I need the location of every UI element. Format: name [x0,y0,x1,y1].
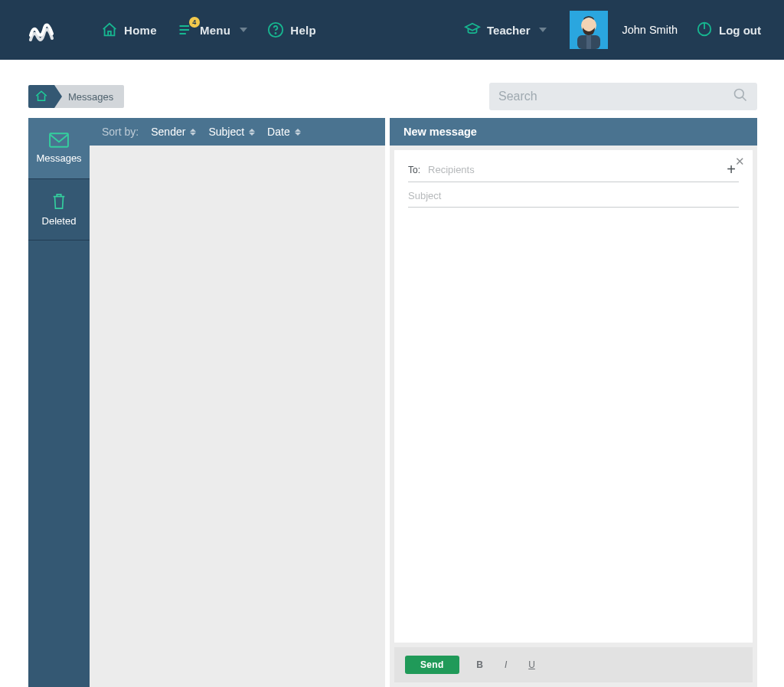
brand-logo [29,17,55,43]
username: John Smith [622,24,678,36]
graduation-cap-icon [464,21,481,40]
subject-row [408,182,739,208]
format-italic-button[interactable]: I [501,659,511,670]
sort-by-date[interactable]: Date [267,126,301,138]
nav-left: Home 4 Menu Help [101,21,316,38]
svg-point-11 [735,90,744,99]
role-dropdown[interactable]: Teacher [464,21,547,40]
main-area: Messages Deleted Sort by: Sender Subject… [0,118,784,687]
subject-input[interactable] [408,190,739,201]
nav-home-label: Home [124,24,157,37]
sidebar-item-label: Deleted [42,215,77,227]
send-button[interactable]: Send [405,656,459,674]
sort-by-subject[interactable]: Subject [208,126,255,138]
search-icon[interactable] [733,87,748,106]
svg-rect-13 [50,133,68,146]
breadcrumb-current[interactable]: Messages [62,85,124,108]
sort-label: Sort by: [102,126,139,138]
to-label: To: [408,165,420,175]
sidebar-item-deleted[interactable]: Deleted [28,179,90,240]
sort-arrows-icon [295,129,301,136]
nav-right: Teacher John Smith Log out [464,11,761,49]
compose-footer: Send B I U [394,647,753,682]
svg-point-4 [276,33,276,34]
avatar[interactable] [570,11,608,49]
breadcrumb-home[interactable] [28,85,54,108]
recipients-row: To: + [408,158,739,182]
sort-arrows-icon [249,129,255,136]
svg-rect-8 [586,35,591,49]
logout-label: Log out [719,24,761,37]
format-bold-button[interactable]: B [475,659,485,670]
menu-badge: 4 [189,17,200,28]
sort-arrows-icon [190,129,196,136]
nav-help[interactable]: Help [267,21,316,38]
message-list-column: Sort by: Sender Subject Date [90,118,385,687]
menu-icon: 4 [177,21,194,38]
compose-column: New message ✕ To: + Send B I U [390,118,757,687]
app-header: Home 4 Menu Help Teacher [0,0,784,60]
chevron-down-icon [240,28,247,32]
power-icon [696,21,713,40]
svg-line-12 [743,97,746,101]
search-box[interactable] [489,83,757,110]
nav-help-label: Help [290,24,316,37]
role-label: Teacher [487,24,530,37]
sidebar-item-messages[interactable]: Messages [28,118,90,179]
sort-bar: Sort by: Sender Subject Date [90,118,385,146]
compose-header: New message [390,118,757,146]
message-list-body [90,146,385,687]
nav-home[interactable]: Home [101,21,157,38]
nav-menu[interactable]: 4 Menu [177,21,247,38]
chevron-down-icon [539,28,547,32]
breadcrumb-separator [54,85,62,108]
recipients-input[interactable] [428,164,724,175]
nav-menu-label: Menu [200,24,230,37]
format-underline-button[interactable]: U [527,659,537,670]
close-icon[interactable]: ✕ [735,155,745,168]
help-icon [267,21,284,38]
sidebar-item-label: Messages [36,152,81,164]
home-icon [101,21,118,38]
message-body-input[interactable] [408,208,739,643]
subbar: Messages [0,60,784,118]
compose-panel: ✕ To: + [394,150,753,643]
sort-by-sender[interactable]: Sender [151,126,196,138]
folder-sidebar: Messages Deleted [28,118,90,687]
search-input[interactable] [498,90,733,103]
logout-button[interactable]: Log out [696,21,761,40]
